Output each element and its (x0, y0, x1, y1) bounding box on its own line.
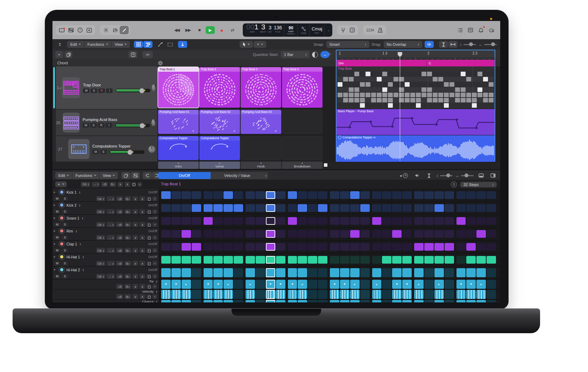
step-cell[interactable] (456, 217, 466, 225)
step-cell[interactable] (360, 243, 370, 251)
step-cell[interactable] (340, 290, 349, 299)
step-cell[interactable] (340, 256, 349, 264)
step-cell[interactable] (476, 256, 486, 264)
chord-region[interactable]: C (427, 60, 495, 66)
track-knob[interactable] (152, 84, 155, 91)
note-pads-icon[interactable] (466, 26, 475, 34)
show-editor-panel-icon[interactable] (476, 172, 486, 179)
step-cell[interactable] (350, 268, 360, 277)
loop-checkbox[interactable] (147, 274, 151, 279)
step-cell[interactable] (414, 217, 424, 225)
track-name[interactable]: Computations Topper (92, 144, 147, 148)
step-cell[interactable] (340, 217, 349, 225)
vertical-auto-zoom-button[interactable] (439, 41, 448, 48)
step-cell[interactable] (161, 204, 171, 212)
erase-checkbox[interactable]: × (153, 196, 157, 201)
octave-up-button[interactable]: ∧ (140, 209, 145, 214)
octave-up-button[interactable]: ∧ (140, 248, 145, 253)
row-name[interactable]: Rim (66, 229, 73, 233)
step-cell[interactable] (424, 230, 434, 238)
horizontal-auto-zoom-button[interactable] (448, 41, 458, 48)
step-cell[interactable] (466, 300, 476, 302)
step-cell[interactable] (276, 191, 285, 199)
loop-checkbox[interactable] (147, 248, 151, 253)
step-cell[interactable] (224, 204, 233, 212)
step-cell[interactable] (476, 217, 486, 225)
control-surfaces-icon[interactable] (66, 26, 76, 34)
step-cell[interactable] (224, 191, 233, 199)
pattern-cell[interactable]: Pumping Acid Bass 01 (158, 110, 199, 134)
step-cell[interactable] (382, 204, 391, 212)
step-cell[interactable] (288, 204, 297, 212)
nudge-left-button[interactable]: ◁0 (116, 284, 123, 289)
step-cell[interactable] (340, 280, 349, 289)
step-cell[interactable] (330, 290, 339, 299)
step-cell[interactable] (161, 280, 171, 289)
step-cell[interactable] (171, 191, 181, 199)
step-cell[interactable] (434, 290, 444, 299)
step-cell[interactable] (234, 268, 243, 277)
octave-down-button[interactable]: ∨ (118, 182, 123, 187)
step-cell[interactable] (350, 230, 360, 238)
step-cell[interactable] (318, 191, 327, 199)
track-meter[interactable] (109, 150, 144, 154)
step-cell[interactable] (204, 191, 213, 199)
step-cell[interactable] (476, 268, 486, 277)
region-inspector-button[interactable]: ≡R (142, 51, 153, 58)
step-cell[interactable] (445, 217, 454, 225)
step-cell[interactable] (246, 268, 255, 277)
step-cell[interactable] (192, 256, 201, 264)
row-solo-button[interactable]: S (62, 248, 68, 253)
playback-direction-stepper[interactable]: →▴▾ (92, 182, 100, 187)
step-cell[interactable] (382, 243, 391, 251)
step-cell[interactable] (204, 243, 213, 251)
octave-up-button[interactable]: ∧ (140, 294, 145, 299)
step-cell[interactable] (234, 191, 243, 199)
step-cell[interactable] (360, 280, 370, 289)
playback-direction-stepper[interactable]: →▴▾ (107, 248, 115, 253)
stop-button[interactable]: ■ (194, 26, 204, 34)
erase-checkbox[interactable]: × (153, 284, 157, 289)
empty-cell-slot[interactable] (282, 110, 323, 134)
lcd-display[interactable]: 001BAR 3BEAT 3DIV 136TICK 90 KEEP TEMPO … (243, 23, 332, 37)
step-cell[interactable] (246, 230, 255, 238)
step-cell[interactable] (445, 280, 454, 289)
step-cell[interactable] (213, 243, 223, 251)
step-cell[interactable] (161, 268, 171, 277)
nudge-left-button[interactable]: ◁0 (116, 261, 123, 266)
track-knob[interactable] (148, 146, 155, 153)
pattern-cell[interactable]: Trap Beat 2 (199, 67, 240, 108)
track-s-button[interactable]: S (90, 123, 97, 128)
step-cell[interactable] (213, 217, 223, 225)
step-cell[interactable] (204, 290, 213, 299)
step-cell[interactable] (424, 290, 434, 299)
hide-tracks-button[interactable] (128, 51, 137, 58)
row-name[interactable]: Hi-Hat 1 (66, 255, 80, 259)
subrow-name[interactable]: Velocity (142, 289, 154, 293)
step-cell[interactable] (224, 300, 233, 302)
step-cell[interactable] (434, 191, 444, 199)
keyboard-icon[interactable] (68, 139, 90, 159)
step-cell[interactable] (414, 243, 424, 251)
step-cell[interactable] (466, 268, 476, 277)
step-cell[interactable] (414, 191, 424, 199)
step-cell[interactable] (434, 280, 444, 289)
step-cell[interactable] (276, 280, 285, 289)
track-knob[interactable] (151, 119, 155, 126)
step-cell[interactable] (234, 256, 243, 264)
row-mute-button[interactable]: M (54, 196, 61, 201)
octave-up-button[interactable]: ∧ (125, 182, 130, 187)
step-cell[interactable] (161, 191, 171, 199)
step-cell[interactable] (161, 230, 171, 238)
row-mute-button[interactable]: M (54, 274, 61, 279)
region-notes[interactable]: Bass Player - Pump Bass (336, 109, 495, 135)
loop-checkbox[interactable] (147, 235, 151, 240)
row-mute-button[interactable]: M (54, 235, 61, 240)
track-m-button[interactable]: M (83, 123, 89, 128)
track-meter[interactable] (115, 89, 150, 92)
step-cell[interactable] (213, 290, 223, 299)
step-cell[interactable] (372, 256, 382, 264)
step-cell[interactable] (182, 204, 191, 212)
step-cell[interactable] (434, 300, 444, 302)
step-cell[interactable] (372, 243, 382, 251)
